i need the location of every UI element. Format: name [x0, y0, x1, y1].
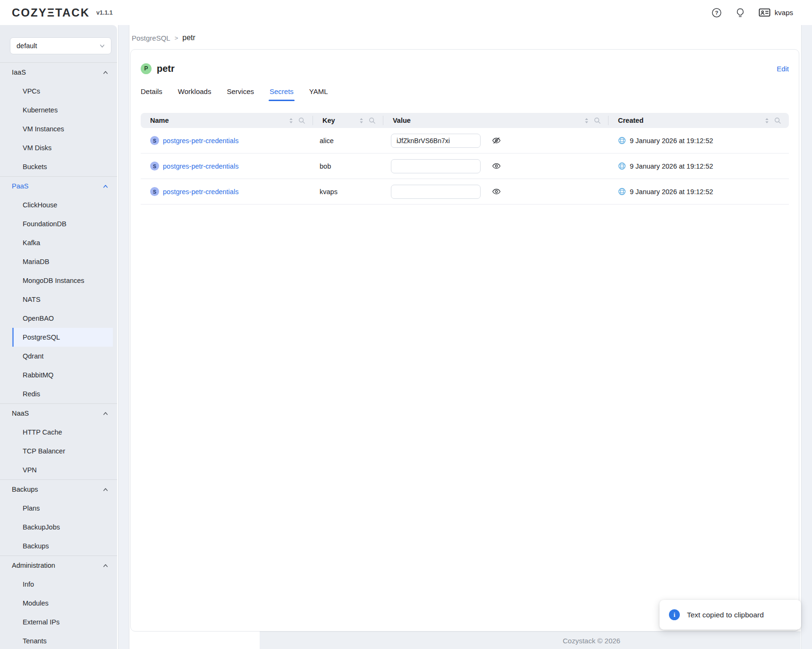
- column-header-key: Key: [313, 113, 383, 128]
- tab-yaml[interactable]: YAML: [309, 87, 328, 101]
- secret-link[interactable]: postgres-petr-credentials: [163, 137, 238, 145]
- table-header: Name Key Value: [141, 113, 789, 128]
- secret-key-cell: kvaps: [313, 179, 383, 204]
- user-menu[interactable]: kvaps: [759, 8, 793, 17]
- tenant-select[interactable]: default: [10, 37, 111, 54]
- tab-secrets[interactable]: Secrets: [270, 87, 294, 101]
- sidebar-item-backupjobs[interactable]: BackupJobs: [0, 518, 117, 537]
- sort-icon[interactable]: [288, 117, 295, 124]
- search-icon[interactable]: [369, 117, 376, 124]
- sidebar-item-postgresql[interactable]: PostgreSQL: [12, 328, 113, 347]
- secret-icon: S: [150, 187, 159, 196]
- sort-icon[interactable]: [583, 117, 590, 124]
- sidebar-item-redis[interactable]: Redis: [0, 384, 117, 403]
- secret-value-input[interactable]: [391, 134, 481, 148]
- lightbulb-theme-icon[interactable]: [735, 8, 745, 18]
- sidebar-item-http-cache[interactable]: HTTP Cache: [0, 423, 117, 442]
- sidebar-item-modules[interactable]: Modules: [0, 594, 117, 613]
- secret-name-cell: S postgres-petr-credentials: [141, 179, 313, 204]
- secret-icon: S: [150, 162, 159, 171]
- app-logo: COZYΞTACK: [12, 6, 90, 19]
- column-header-value: Value: [383, 113, 609, 128]
- sidebar-item-tenants[interactable]: Tenants: [0, 632, 117, 649]
- sidebar-section-paas: PaaS ClickHouse FoundationDB Kafka Maria…: [0, 176, 117, 403]
- sidebar-item-vm-disks[interactable]: VM Disks: [0, 138, 117, 157]
- edit-button[interactable]: Edit: [777, 65, 789, 73]
- sidebar-item-nats[interactable]: NATS: [0, 290, 117, 309]
- table-row: S postgres-petr-credentials bob 9 Januar…: [141, 154, 789, 179]
- eye-icon[interactable]: [492, 187, 501, 196]
- title-row: P petr Edit: [141, 62, 789, 75]
- help-icon[interactable]: [711, 8, 722, 18]
- breadcrumb: PostgreSQL > petr: [132, 34, 195, 42]
- sidebar-item-kafka[interactable]: Kafka: [0, 233, 117, 252]
- secret-name-cell: S postgres-petr-credentials: [141, 154, 313, 179]
- resource-card: P petr Edit Details Workloads Services S…: [130, 49, 799, 632]
- sidebar-item-vm-instances[interactable]: VM Instances: [0, 120, 117, 138]
- secret-value-input[interactable]: [391, 159, 481, 173]
- secret-key-cell: bob: [313, 154, 383, 179]
- secret-created-cell: 9 January 2026 at 19:12:52: [609, 154, 789, 179]
- sidebar-item-buckets[interactable]: Buckets: [0, 157, 117, 176]
- sidebar-item-clickhouse[interactable]: ClickHouse: [0, 196, 117, 214]
- secret-link[interactable]: postgres-petr-credentials: [163, 188, 238, 196]
- sidebar-item-qdrant[interactable]: Qdrant: [0, 347, 117, 366]
- sidebar-section-header-paas[interactable]: PaaS: [0, 177, 117, 196]
- page-footer: Cozystack © 2026: [260, 632, 801, 649]
- globe-icon: [618, 162, 626, 170]
- breadcrumb-current: petr: [182, 34, 195, 42]
- sidebar-section-header-backups[interactable]: Backups: [0, 480, 117, 499]
- sort-icon[interactable]: [358, 117, 365, 124]
- chevron-up-icon: [102, 183, 109, 189]
- breadcrumb-parent[interactable]: PostgreSQL: [132, 34, 170, 42]
- sidebar-item-vpn[interactable]: VPN: [0, 461, 117, 479]
- username: kvaps: [775, 9, 793, 17]
- secret-icon: S: [150, 136, 159, 145]
- eye-off-icon[interactable]: [492, 136, 501, 145]
- table-row: S postgres-petr-credentials kvaps 9 Janu…: [141, 179, 789, 205]
- sidebar-section-iaas: IaaS VPCs Kubernetes VM Instances VM Dis…: [0, 62, 117, 176]
- sidebar-item-rabbitmq[interactable]: RabbitMQ: [0, 366, 117, 384]
- toast: i Text copied to clipboard: [660, 600, 801, 630]
- toast-message: Text copied to clipboard: [687, 611, 764, 619]
- breadcrumb-separator: >: [175, 34, 178, 42]
- sidebar-item-vpcs[interactable]: VPCs: [0, 82, 117, 101]
- table-row: S postgres-petr-credentials alice 9 Janu…: [141, 128, 789, 154]
- tab-services[interactable]: Services: [227, 87, 254, 101]
- sidebar-item-plans[interactable]: Plans: [0, 499, 117, 518]
- sidebar-item-kubernetes[interactable]: Kubernetes: [0, 101, 117, 120]
- secret-value-input[interactable]: [391, 185, 481, 199]
- column-header-created: Created: [609, 113, 789, 128]
- tab-workloads[interactable]: Workloads: [178, 87, 211, 101]
- chevron-down-icon: [99, 43, 105, 49]
- tab-details[interactable]: Details: [141, 87, 162, 101]
- sidebar-scrollbar[interactable]: [118, 25, 129, 649]
- sidebar-item-foundationdb[interactable]: FoundationDB: [0, 214, 117, 233]
- sidebar-item-backups[interactable]: Backups: [0, 537, 117, 555]
- tabs: Details Workloads Services Secrets YAML: [141, 87, 789, 101]
- secrets-table: Name Key Value: [141, 113, 789, 205]
- topbar: COZYΞTACK v1.1.1 kvaps: [0, 0, 812, 25]
- globe-icon: [618, 137, 626, 145]
- search-icon[interactable]: [774, 117, 781, 124]
- eye-icon[interactable]: [492, 162, 501, 171]
- created-timestamp: 9 January 2026 at 19:12:52: [630, 188, 713, 196]
- created-timestamp: 9 January 2026 at 19:12:52: [630, 137, 713, 145]
- user-card-icon: [759, 8, 770, 17]
- sidebar-section-header-naas[interactable]: NaaS: [0, 404, 117, 423]
- sidebar-item-openbao[interactable]: OpenBAO: [0, 309, 117, 328]
- secret-link[interactable]: postgres-petr-credentials: [163, 162, 238, 170]
- sidebar-section-header-iaas[interactable]: IaaS: [0, 63, 117, 82]
- sidebar-item-info[interactable]: Info: [0, 575, 117, 594]
- sidebar-item-mongodb-instances[interactable]: MongoDB Instances: [0, 271, 117, 290]
- sidebar-item-external-ips[interactable]: External IPs: [0, 613, 117, 632]
- search-icon[interactable]: [298, 117, 305, 124]
- sidebar-item-tcp-balancer[interactable]: TCP Balancer: [0, 442, 117, 461]
- sidebar-item-mariadb[interactable]: MariaDB: [0, 252, 117, 271]
- resource-avatar: P: [141, 63, 152, 74]
- main-scrollbar[interactable]: [801, 25, 812, 649]
- search-icon[interactable]: [594, 117, 601, 124]
- sidebar-section-header-administration[interactable]: Administration: [0, 556, 117, 575]
- secret-value-cell: [383, 179, 609, 204]
- sort-icon[interactable]: [763, 117, 770, 124]
